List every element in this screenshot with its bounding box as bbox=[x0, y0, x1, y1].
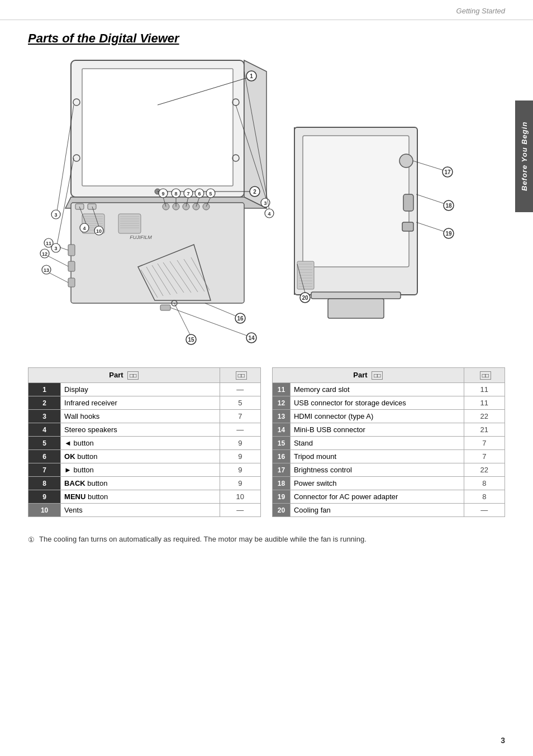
svg-line-130 bbox=[416, 222, 446, 232]
row-number: 17 bbox=[273, 463, 291, 477]
row-page-ref: 8 bbox=[464, 490, 505, 504]
row-part-name: ► button bbox=[61, 463, 220, 477]
row-number: 20 bbox=[273, 504, 291, 517]
row-part-name: MENU button bbox=[61, 490, 220, 504]
diagram-svg: FUJIFILM bbox=[37, 55, 496, 356]
device-right bbox=[294, 127, 417, 318]
row-number: 16 bbox=[273, 450, 291, 463]
row-part-name: OK button bbox=[61, 450, 220, 463]
diagram-area: FUJIFILM bbox=[28, 55, 505, 356]
svg-text:9: 9 bbox=[161, 191, 164, 197]
table-left-header-page: □□ bbox=[220, 368, 260, 383]
main-content: Parts of the Digital Viewer bbox=[0, 20, 533, 563]
row-number: 19 bbox=[273, 490, 291, 504]
row-page-ref: — bbox=[464, 504, 505, 517]
svg-text:16: 16 bbox=[237, 315, 244, 322]
table-row: 4Stereo speakers— bbox=[28, 423, 261, 437]
table-left-header-part: Part □□ bbox=[28, 368, 220, 383]
section-title: Getting Started bbox=[456, 7, 505, 15]
note-icon: ① bbox=[28, 534, 35, 546]
row-part-name: Tripod mount bbox=[290, 450, 464, 463]
svg-text:FUJIFILM: FUJIFILM bbox=[130, 235, 152, 240]
table-right: Part □□ □□ 11Memory card slot1112USB con… bbox=[272, 367, 505, 517]
svg-text:10: 10 bbox=[96, 228, 102, 234]
svg-rect-53 bbox=[402, 222, 413, 231]
svg-text:17: 17 bbox=[444, 169, 451, 175]
svg-rect-56 bbox=[328, 299, 384, 318]
row-number: 13 bbox=[273, 410, 291, 423]
table-row: 10Vents— bbox=[28, 504, 261, 517]
svg-text:2: 2 bbox=[253, 189, 256, 195]
row-page-ref: 7 bbox=[464, 437, 505, 450]
row-page-ref: 7 bbox=[464, 450, 505, 463]
svg-rect-41 bbox=[68, 278, 75, 287]
row-page-ref: 9 bbox=[220, 450, 260, 463]
svg-rect-48 bbox=[160, 305, 170, 310]
table-row: 9MENU button10 bbox=[28, 490, 261, 504]
row-number: 1 bbox=[28, 383, 61, 396]
svg-text:1: 1 bbox=[250, 73, 253, 79]
tables-container: Part □□ □□ 1Display—2Infrared receiver53… bbox=[28, 367, 505, 517]
top-header: Getting Started bbox=[0, 0, 533, 20]
row-part-name: Power switch bbox=[290, 477, 464, 490]
row-part-name: Brightness control bbox=[290, 463, 464, 477]
row-page-ref: 8 bbox=[464, 477, 505, 490]
table-row: 7► button9 bbox=[28, 463, 261, 477]
row-part-name: HDMI connector (type A) bbox=[290, 410, 464, 423]
parts-table-left: Part □□ □□ 1Display—2Infrared receiver53… bbox=[28, 367, 261, 517]
row-part-name: Vents bbox=[61, 504, 220, 517]
svg-text:11: 11 bbox=[46, 241, 51, 246]
row-part-name: Mini-B USB connector bbox=[290, 423, 464, 437]
svg-text:13: 13 bbox=[44, 267, 49, 273]
row-number: 4 bbox=[28, 423, 61, 437]
row-number: 2 bbox=[28, 396, 61, 410]
svg-text:3: 3 bbox=[54, 246, 57, 251]
svg-text:20: 20 bbox=[302, 295, 308, 301]
svg-text:7: 7 bbox=[187, 191, 189, 197]
table-left: Part □□ □□ 1Display—2Infrared receiver53… bbox=[28, 367, 261, 517]
row-part-name: Display bbox=[61, 383, 220, 396]
row-part-name: BACK button bbox=[61, 477, 220, 490]
table-right-icon: □□ bbox=[372, 371, 383, 380]
svg-rect-40 bbox=[68, 261, 75, 271]
row-number: 5 bbox=[28, 437, 61, 450]
row-number: 15 bbox=[273, 437, 291, 450]
svg-text:4: 4 bbox=[83, 226, 85, 231]
svg-text:18: 18 bbox=[445, 203, 452, 209]
row-number: 11 bbox=[273, 383, 291, 396]
table-row: 6OK button9 bbox=[28, 450, 261, 463]
row-part-name: Cooling fan bbox=[290, 504, 464, 517]
note-text: The cooling fan turns on automatically a… bbox=[39, 534, 367, 546]
svg-line-118 bbox=[174, 303, 191, 337]
table-row: 17Brightness control22 bbox=[273, 463, 505, 477]
page-number: 3 bbox=[501, 736, 505, 745]
row-page-ref: 21 bbox=[464, 423, 505, 437]
row-number: 9 bbox=[28, 490, 61, 504]
parts-table-right: Part □□ □□ 11Memory card slot1112USB con… bbox=[272, 367, 505, 517]
table-left-icon: □□ bbox=[127, 371, 139, 380]
row-number: 6 bbox=[28, 450, 61, 463]
svg-rect-50 bbox=[303, 136, 409, 267]
row-part-name: Memory card slot bbox=[290, 383, 464, 396]
row-number: 7 bbox=[28, 463, 61, 477]
row-part-name: Connector for AC power adapter bbox=[290, 490, 464, 504]
table-row: 8BACK button9 bbox=[28, 477, 261, 490]
table-row: 11Memory card slot11 bbox=[273, 383, 505, 396]
note-area: ① The cooling fan turns on automatically… bbox=[28, 528, 505, 552]
page-title: Parts of the Digital Viewer bbox=[28, 31, 505, 46]
row-number: 14 bbox=[273, 423, 291, 437]
table-row: 2Infrared receiver5 bbox=[28, 396, 261, 410]
table-row: 19Connector for AC power adapter8 bbox=[273, 490, 505, 504]
row-number: 12 bbox=[273, 396, 291, 410]
table-row: 5◄ button9 bbox=[28, 437, 261, 450]
table-row: 13HDMI connector (type A)22 bbox=[273, 410, 505, 423]
svg-text:3: 3 bbox=[54, 212, 57, 218]
row-page-ref: 22 bbox=[464, 410, 505, 423]
svg-text:15: 15 bbox=[188, 337, 194, 343]
table-row: 15Stand7 bbox=[273, 437, 505, 450]
page-container: Getting Started Before You Begin Parts o… bbox=[0, 0, 533, 756]
row-part-name: USB connector for storage devices bbox=[290, 396, 464, 410]
svg-text:4: 4 bbox=[268, 211, 270, 217]
svg-line-115 bbox=[205, 303, 239, 317]
svg-text:8: 8 bbox=[174, 191, 177, 197]
